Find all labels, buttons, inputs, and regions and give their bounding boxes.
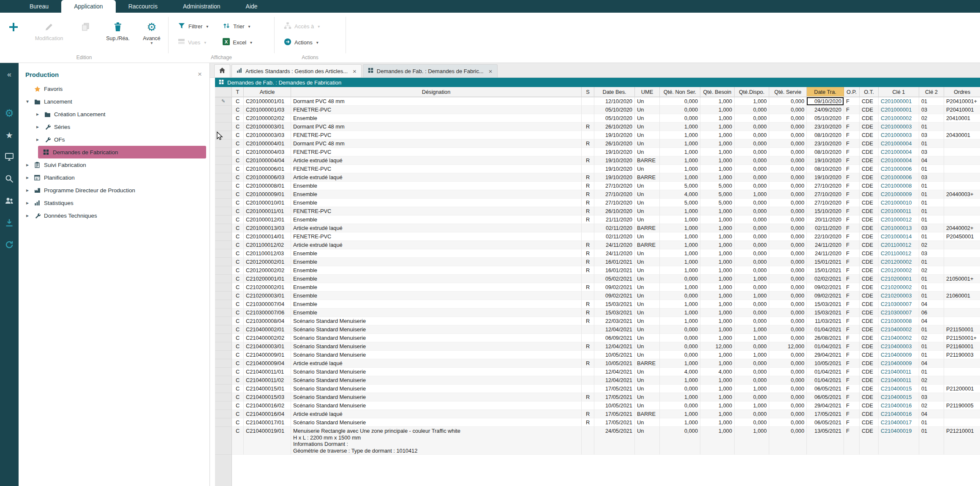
row-selector[interactable]	[215, 317, 232, 325]
table-cell[interactable]: 0,000	[735, 300, 769, 309]
table-cell[interactable]: F	[844, 401, 860, 410]
search-rail-button[interactable]	[0, 173, 19, 186]
table-cell[interactable]: 02/11/2020	[594, 232, 635, 241]
table-cell[interactable]: Un	[635, 334, 660, 342]
table-cell[interactable]: CDE	[860, 401, 879, 410]
table-row[interactable]: C C201200002/01 Ensemble R 16/01/2021 Un…	[215, 258, 980, 266]
table-cell[interactable]: F	[844, 427, 860, 455]
table-cell[interactable]: 09/02/2021	[807, 283, 844, 292]
row-selector[interactable]	[215, 123, 232, 131]
table-cell[interactable]: CDE	[860, 114, 879, 123]
table-cell[interactable]: 4,000	[700, 368, 735, 376]
table-cell[interactable]: 0,000	[769, 216, 807, 224]
table-cell[interactable]: Ensemble	[291, 190, 582, 199]
table-cell[interactable]: C210300007	[879, 309, 919, 317]
table-cell[interactable]: F	[844, 106, 860, 114]
table-cell[interactable]: 1,000	[660, 156, 700, 165]
table-cell[interactable]: Un	[635, 182, 660, 190]
table-cell[interactable]: C	[232, 401, 244, 410]
table-cell[interactable]: C201000008/01	[244, 182, 291, 190]
table-row[interactable]: C C201000009/01 Ensemble R 27/10/2020 Un…	[215, 190, 980, 199]
table-cell[interactable]	[944, 249, 980, 258]
table-cell[interactable]: 26/10/2020	[594, 139, 635, 148]
table-cell[interactable]: 1,000	[700, 258, 735, 266]
table-cell[interactable]: 24/11/2020	[594, 241, 635, 249]
table-cell[interactable]: 1,000	[735, 190, 769, 199]
table-cell[interactable]: 0,000	[769, 190, 807, 199]
table-cell[interactable]: 01	[919, 182, 944, 190]
table-cell[interactable]: 1,000	[700, 292, 735, 300]
table-cell[interactable]: C	[232, 123, 244, 131]
row-selector[interactable]	[215, 131, 232, 139]
table-cell[interactable]: R	[582, 199, 594, 207]
table-cell[interactable]: C201000001/03	[244, 106, 291, 114]
table-cell[interactable]: 01	[919, 385, 944, 393]
table-row[interactable]: C C210400016/02 Scénario Standard Menuis…	[215, 401, 980, 410]
table-cell[interactable]: R	[582, 216, 594, 224]
table-row[interactable]: C C201000002/02 Ensemble 05/10/2020 Un 0…	[215, 114, 980, 123]
table-cell[interactable]: C	[232, 190, 244, 199]
table-cell[interactable]: C	[232, 334, 244, 342]
table-cell[interactable]: C	[232, 249, 244, 258]
sidebar-item-lancement[interactable]: ▾ Lancement	[19, 95, 210, 108]
table-cell[interactable]: 1,000	[735, 427, 769, 455]
sidebar-item-programme-directeur[interactable]: ▸ Programme Directeur de Production	[19, 184, 210, 197]
table-cell[interactable]: 0,000	[769, 266, 807, 275]
table-cell[interactable]: Dormant PVC 48 mm	[291, 123, 582, 131]
table-cell[interactable]: F	[844, 393, 860, 401]
column-header-sorted[interactable]: Date Tra.	[807, 87, 844, 97]
menu-raccourcis[interactable]: Raccourcis	[116, 0, 170, 13]
table-cell[interactable]: Article extrudé laqué	[291, 359, 582, 368]
table-cell[interactable]: P21190003	[944, 351, 980, 359]
table-cell[interactable]: F	[844, 292, 860, 300]
table-cell[interactable]: 1,000	[660, 165, 700, 173]
table-cell[interactable]: F	[844, 216, 860, 224]
table-cell[interactable]: 0,000	[735, 165, 769, 173]
table-cell[interactable]: Ensemble	[291, 182, 582, 190]
table-cell[interactable]: R	[582, 123, 594, 131]
table-cell[interactable]: Un	[635, 97, 660, 106]
table-cell[interactable]: CDE	[860, 123, 879, 131]
table-cell[interactable]: Dormant PVC 48 mm	[291, 139, 582, 148]
table-cell[interactable]: 03	[919, 393, 944, 401]
table-cell[interactable]: 01/04/2021	[807, 368, 844, 376]
table-cell[interactable]: BARRE	[635, 224, 660, 232]
table-cell[interactable]: 02	[919, 376, 944, 385]
row-selector[interactable]	[215, 182, 232, 190]
table-cell[interactable]: Article extrudé laqué	[291, 224, 582, 232]
menu-bureau[interactable]: Bureau	[17, 0, 61, 13]
table-cell[interactable]: C210400016	[879, 410, 919, 418]
table-cell[interactable]: C210400002/02	[244, 334, 291, 342]
settings-rail-button[interactable]: ⚙	[0, 107, 19, 120]
table-cell[interactable]: C	[232, 131, 244, 139]
table-cell[interactable]: 0,000	[769, 418, 807, 427]
table-cell[interactable]: 21050001+	[944, 275, 980, 283]
table-cell[interactable]: 0,000	[660, 385, 700, 393]
table-row[interactable]: C C201100012/02 Article extrudé laqué R …	[215, 241, 980, 249]
table-cell[interactable]: Un	[635, 317, 660, 325]
table-cell[interactable]: 03	[919, 224, 944, 232]
table-cell[interactable]: BARRE	[635, 410, 660, 418]
table-cell[interactable]: 0,000	[660, 106, 700, 114]
table-cell[interactable]	[944, 368, 980, 376]
table-cell[interactable]: 1,000	[660, 249, 700, 258]
sidebar-item-suivi-fabrication[interactable]: ▸ Suivi Fabrication	[19, 158, 210, 171]
table-cell[interactable]: 0,000	[735, 216, 769, 224]
table-cell[interactable]: C201000009	[879, 190, 919, 199]
table-cell[interactable]: C	[232, 359, 244, 368]
table-cell[interactable]: 01	[919, 275, 944, 283]
table-cell[interactable]: 1,000	[700, 173, 735, 182]
table-cell[interactable]: C201000003/03	[244, 131, 291, 139]
table-cell[interactable]: 06	[919, 309, 944, 317]
table-cell[interactable]: Article extrudé laqué	[291, 173, 582, 182]
table-cell[interactable]: C210200001	[879, 275, 919, 283]
table-cell[interactable]: CDE	[860, 131, 879, 139]
sidebar-item-demandes-de-fabrication[interactable]: Demandes de Fabrication	[38, 146, 206, 158]
table-cell[interactable]: 15/03/2021	[594, 309, 635, 317]
table-cell[interactable]: 5,000	[700, 182, 735, 190]
table-cell[interactable]: 0,000	[735, 148, 769, 156]
table-cell[interactable]: Un	[635, 427, 660, 455]
table-cell[interactable]: Un	[635, 385, 660, 393]
table-cell[interactable]: 0,000	[660, 275, 700, 283]
table-cell[interactable]: 0,000	[769, 376, 807, 385]
